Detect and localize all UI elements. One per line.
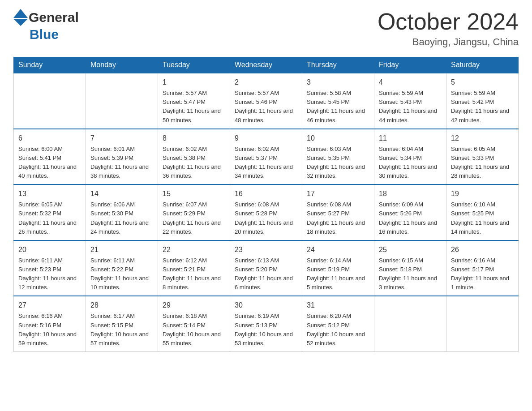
- calendar-cell: 14Sunrise: 6:06 AM Sunset: 5:30 PM Dayli…: [86, 184, 158, 240]
- day-number: 27: [18, 300, 81, 311]
- calendar-cell: 16Sunrise: 6:08 AM Sunset: 5:28 PM Dayli…: [230, 184, 302, 240]
- day-info: Sunrise: 5:57 AM Sunset: 5:46 PM Dayligh…: [235, 89, 297, 125]
- calendar-cell: 12Sunrise: 6:05 AM Sunset: 5:33 PM Dayli…: [446, 129, 519, 185]
- day-info: Sunrise: 6:19 AM Sunset: 5:13 PM Dayligh…: [235, 312, 297, 348]
- calendar-cell: 15Sunrise: 6:07 AM Sunset: 5:29 PM Dayli…: [158, 184, 230, 240]
- day-info: Sunrise: 6:08 AM Sunset: 5:28 PM Dayligh…: [235, 200, 297, 236]
- day-number: 28: [90, 300, 153, 311]
- weekday-header-monday: Monday: [86, 57, 158, 73]
- calendar-cell: 11Sunrise: 6:04 AM Sunset: 5:34 PM Dayli…: [374, 129, 446, 185]
- day-number: 30: [235, 300, 297, 311]
- day-number: 26: [451, 244, 514, 255]
- logo: General Blue: [13, 9, 79, 42]
- day-info: Sunrise: 6:12 AM Sunset: 5:21 PM Dayligh…: [163, 256, 225, 292]
- day-number: 31: [307, 300, 369, 311]
- calendar-cell: 26Sunrise: 6:16 AM Sunset: 5:17 PM Dayli…: [446, 240, 519, 296]
- day-info: Sunrise: 6:01 AM Sunset: 5:39 PM Dayligh…: [90, 145, 153, 181]
- day-number: 23: [235, 244, 297, 255]
- day-number: 4: [379, 77, 442, 88]
- calendar-cell: 5Sunrise: 5:59 AM Sunset: 5:42 PM Daylig…: [446, 73, 519, 129]
- day-info: Sunrise: 5:59 AM Sunset: 5:42 PM Dayligh…: [451, 89, 514, 125]
- location-title: Baoying, Jiangsu, China: [378, 36, 519, 48]
- day-info: Sunrise: 6:06 AM Sunset: 5:30 PM Dayligh…: [90, 200, 153, 236]
- day-number: 7: [90, 133, 153, 144]
- day-number: 11: [379, 133, 442, 144]
- day-number: 18: [379, 188, 442, 199]
- calendar-cell: 18Sunrise: 6:09 AM Sunset: 5:26 PM Dayli…: [374, 184, 446, 240]
- calendar-cell: 17Sunrise: 6:08 AM Sunset: 5:27 PM Dayli…: [302, 184, 374, 240]
- calendar-cell: 24Sunrise: 6:14 AM Sunset: 5:19 PM Dayli…: [302, 240, 374, 296]
- logo-icon: [13, 9, 28, 26]
- day-info: Sunrise: 6:02 AM Sunset: 5:37 PM Dayligh…: [235, 145, 297, 181]
- day-number: 22: [163, 244, 225, 255]
- day-number: 16: [235, 188, 297, 199]
- title-area: October 2024 Baoying, Jiangsu, China: [378, 9, 519, 48]
- day-number: 8: [163, 133, 225, 144]
- weekday-header-saturday: Saturday: [446, 57, 519, 73]
- week-row-1: 1Sunrise: 5:57 AM Sunset: 5:47 PM Daylig…: [14, 73, 519, 129]
- day-info: Sunrise: 6:16 AM Sunset: 5:16 PM Dayligh…: [18, 312, 81, 348]
- week-row-4: 20Sunrise: 6:11 AM Sunset: 5:23 PM Dayli…: [14, 240, 519, 296]
- day-number: 21: [90, 244, 153, 255]
- day-number: 17: [307, 188, 369, 199]
- day-info: Sunrise: 6:03 AM Sunset: 5:35 PM Dayligh…: [307, 145, 369, 181]
- logo-general-text: General: [29, 10, 79, 25]
- day-info: Sunrise: 6:18 AM Sunset: 5:14 PM Dayligh…: [163, 312, 225, 348]
- calendar-cell: 23Sunrise: 6:13 AM Sunset: 5:20 PM Dayli…: [230, 240, 302, 296]
- calendar-cell: 27Sunrise: 6:16 AM Sunset: 5:16 PM Dayli…: [14, 296, 86, 351]
- day-info: Sunrise: 6:05 AM Sunset: 5:33 PM Dayligh…: [451, 145, 514, 181]
- day-info: Sunrise: 6:17 AM Sunset: 5:15 PM Dayligh…: [90, 312, 153, 348]
- week-row-2: 6Sunrise: 6:00 AM Sunset: 5:41 PM Daylig…: [14, 129, 519, 185]
- logo-blue-text: Blue: [30, 27, 59, 42]
- calendar-cell: [86, 73, 158, 129]
- day-number: 10: [307, 133, 369, 144]
- day-info: Sunrise: 6:09 AM Sunset: 5:26 PM Dayligh…: [379, 200, 442, 236]
- day-number: 5: [451, 77, 514, 88]
- day-number: 15: [163, 188, 225, 199]
- month-title: October 2024: [378, 9, 519, 34]
- day-number: 24: [307, 244, 369, 255]
- calendar-cell: 8Sunrise: 6:02 AM Sunset: 5:38 PM Daylig…: [158, 129, 230, 185]
- week-row-3: 13Sunrise: 6:05 AM Sunset: 5:32 PM Dayli…: [14, 184, 519, 240]
- day-info: Sunrise: 6:16 AM Sunset: 5:17 PM Dayligh…: [451, 256, 514, 292]
- calendar-cell: 29Sunrise: 6:18 AM Sunset: 5:14 PM Dayli…: [158, 296, 230, 351]
- calendar-cell: 30Sunrise: 6:19 AM Sunset: 5:13 PM Dayli…: [230, 296, 302, 351]
- calendar-cell: 13Sunrise: 6:05 AM Sunset: 5:32 PM Dayli…: [14, 184, 86, 240]
- day-number: 14: [90, 188, 153, 199]
- day-number: 13: [18, 188, 81, 199]
- day-number: 2: [235, 77, 297, 88]
- weekday-header-sunday: Sunday: [14, 57, 86, 73]
- week-row-5: 27Sunrise: 6:16 AM Sunset: 5:16 PM Dayli…: [14, 296, 519, 351]
- day-info: Sunrise: 6:20 AM Sunset: 5:12 PM Dayligh…: [307, 312, 369, 348]
- calendar-cell: 25Sunrise: 6:15 AM Sunset: 5:18 PM Dayli…: [374, 240, 446, 296]
- logo-text: General: [13, 9, 79, 26]
- svg-marker-0: [13, 9, 28, 18]
- calendar-cell: 6Sunrise: 6:00 AM Sunset: 5:41 PM Daylig…: [14, 129, 86, 185]
- weekday-header-row: SundayMondayTuesdayWednesdayThursdayFrid…: [14, 57, 519, 73]
- day-number: 12: [451, 133, 514, 144]
- day-info: Sunrise: 6:14 AM Sunset: 5:19 PM Dayligh…: [307, 256, 369, 292]
- calendar-cell: 3Sunrise: 5:58 AM Sunset: 5:45 PM Daylig…: [302, 73, 374, 129]
- day-info: Sunrise: 6:02 AM Sunset: 5:38 PM Dayligh…: [163, 145, 225, 181]
- day-number: 29: [163, 300, 225, 311]
- day-number: 1: [163, 77, 225, 88]
- day-number: 19: [451, 188, 514, 199]
- day-info: Sunrise: 6:11 AM Sunset: 5:23 PM Dayligh…: [18, 256, 81, 292]
- day-number: 25: [379, 244, 442, 255]
- calendar-cell: 9Sunrise: 6:02 AM Sunset: 5:37 PM Daylig…: [230, 129, 302, 185]
- calendar-cell: 2Sunrise: 5:57 AM Sunset: 5:46 PM Daylig…: [230, 73, 302, 129]
- day-info: Sunrise: 5:58 AM Sunset: 5:45 PM Dayligh…: [307, 89, 369, 125]
- day-info: Sunrise: 6:11 AM Sunset: 5:22 PM Dayligh…: [90, 256, 153, 292]
- calendar-cell: [374, 296, 446, 351]
- day-number: 6: [18, 133, 81, 144]
- calendar-cell: 22Sunrise: 6:12 AM Sunset: 5:21 PM Dayli…: [158, 240, 230, 296]
- calendar-cell: 28Sunrise: 6:17 AM Sunset: 5:15 PM Dayli…: [86, 296, 158, 351]
- calendar-cell: 7Sunrise: 6:01 AM Sunset: 5:39 PM Daylig…: [86, 129, 158, 185]
- calendar-cell: 31Sunrise: 6:20 AM Sunset: 5:12 PM Dayli…: [302, 296, 374, 351]
- day-info: Sunrise: 6:00 AM Sunset: 5:41 PM Dayligh…: [18, 145, 81, 181]
- weekday-header-friday: Friday: [374, 57, 446, 73]
- day-info: Sunrise: 6:07 AM Sunset: 5:29 PM Dayligh…: [163, 200, 225, 236]
- day-info: Sunrise: 5:57 AM Sunset: 5:47 PM Dayligh…: [163, 89, 225, 125]
- calendar-cell: 1Sunrise: 5:57 AM Sunset: 5:47 PM Daylig…: [158, 73, 230, 129]
- day-info: Sunrise: 5:59 AM Sunset: 5:43 PM Dayligh…: [379, 89, 442, 125]
